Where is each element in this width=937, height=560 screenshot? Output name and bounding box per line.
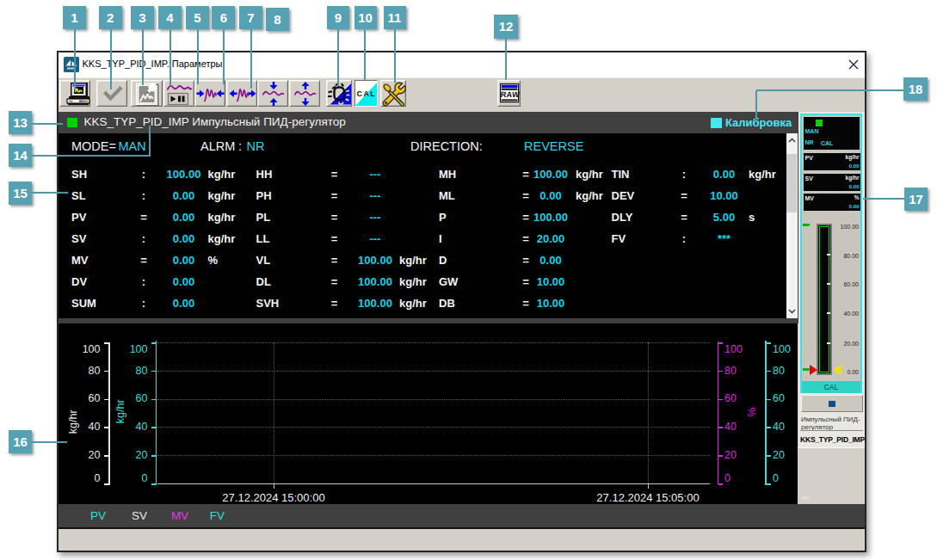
svg-text:CAL: CAL	[356, 89, 376, 98]
svg-text:RAW: RAW	[500, 90, 520, 99]
